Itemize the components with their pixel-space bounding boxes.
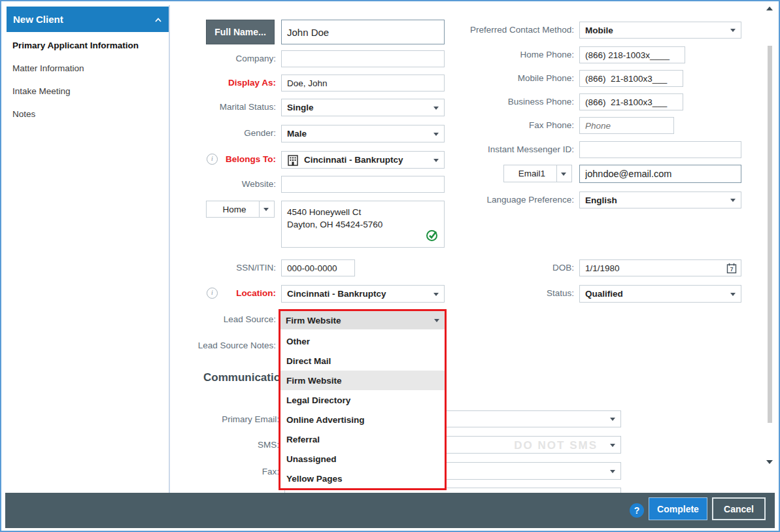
belongs-to-label: Belongs To:	[197, 154, 276, 164]
lead-source-option-list: Other Direct Mail Firm Website Legal Dir…	[280, 329, 445, 488]
belongs-to-value: Cincinnati - Bankruptcy	[304, 155, 403, 165]
dropdown-arrow-icon	[730, 293, 736, 296]
svg-text:7: 7	[730, 266, 734, 273]
display-as-input[interactable]	[281, 75, 445, 91]
lead-source-option-direct-mail[interactable]: Direct Mail	[280, 351, 445, 371]
location-label: Location:	[197, 288, 276, 298]
sidebar-title: New Client	[13, 14, 63, 25]
dob-input[interactable]: 1/1/1980 7	[579, 259, 741, 276]
fax-label: Fax:	[188, 467, 279, 476]
sms-label: SMS:	[188, 440, 279, 450]
vertical-scrollbar[interactable]	[764, 5, 774, 490]
dropdown-arrow-icon	[561, 173, 566, 176]
lead-source-option-other[interactable]: Other	[280, 331, 445, 351]
email-type-value: Email1	[518, 169, 545, 178]
chevron-up-icon[interactable]	[154, 14, 162, 25]
home-phone-input[interactable]	[579, 46, 685, 63]
footer-bar: ? Complete Cancel	[5, 493, 775, 528]
dropdown-arrow-icon	[610, 444, 615, 447]
dropdown-arrow-icon	[730, 29, 736, 32]
scrollbar-thumb[interactable]	[768, 46, 772, 423]
address-line1: 4540 Honeywell Ct	[287, 206, 361, 218]
lead-source-option-yellow-pages[interactable]: Yellow Pages	[280, 469, 445, 488]
status-label: Status:	[485, 288, 574, 298]
help-button[interactable]: ?	[630, 503, 644, 518]
lead-source-value: Firm Website	[286, 316, 341, 325]
dropdown-arrow-icon	[433, 133, 439, 136]
do-not-sms-watermark: DO NOT SMS	[514, 439, 598, 452]
sidebar-item-intake-meeting[interactable]: Intake Meeting	[5, 80, 169, 103]
dropdown-arrow-icon	[610, 470, 615, 473]
lead-source-option-legal-directory[interactable]: Legal Directory	[280, 390, 445, 410]
ssn-label: SSN/ITIN:	[184, 263, 276, 273]
marital-status-value: Single	[287, 103, 314, 112]
scroll-up-arrow-icon[interactable]	[766, 7, 773, 10]
lead-source-dropdown[interactable]: Firm Website	[280, 311, 445, 330]
sidebar-nav: Primary Applicant Information Matter Inf…	[5, 34, 169, 125]
instant-messenger-id-label: Instant Messenger ID:	[459, 144, 574, 154]
lead-source-option-referral[interactable]: Referral	[280, 429, 445, 449]
language-preference-label: Language Preference:	[459, 195, 574, 205]
dropdown-arrow-icon	[263, 208, 269, 211]
communication-heading: Communication	[203, 371, 287, 384]
gender-dropdown[interactable]: Male	[281, 125, 445, 142]
new-client-window: New Client Primary Applicant Information…	[0, 0, 780, 532]
business-phone-input[interactable]	[579, 93, 683, 110]
email-input[interactable]	[579, 165, 741, 183]
location-dropdown[interactable]: Cincinnati - Bankruptcy	[281, 285, 445, 303]
ssn-input[interactable]	[281, 259, 355, 276]
preferred-contact-method-dropdown[interactable]: Mobile	[579, 22, 741, 39]
sidebar: New Client Primary Applicant Information…	[5, 5, 170, 493]
marital-status-label: Marital Status:	[184, 102, 276, 112]
full-name-input[interactable]	[281, 20, 445, 44]
preferred-contact-method-label: Preferred Contact Method:	[459, 25, 574, 35]
home-phone-label: Home Phone:	[459, 50, 574, 59]
sidebar-item-notes[interactable]: Notes	[5, 103, 169, 125]
website-input[interactable]	[281, 176, 445, 193]
email-type-dropdown[interactable]: Email1	[503, 165, 572, 182]
scroll-down-arrow-icon[interactable]	[766, 460, 773, 464]
address-line2: Dayton, OH 45424-5760	[287, 218, 382, 231]
lead-source-option-firm-website[interactable]: Firm Website	[280, 371, 445, 390]
lead-source-label: Lead Source:	[184, 314, 276, 324]
lead-source-notes-label: Lead Source Notes:	[178, 341, 276, 350]
gender-label: Gender:	[184, 128, 276, 138]
dob-value: 1/1/1980	[585, 263, 620, 273]
status-dropdown[interactable]: Qualified	[579, 285, 741, 303]
location-value: Cincinnati - Bankruptcy	[287, 289, 386, 299]
address-type-value: Home	[222, 205, 246, 214]
split-divider	[259, 201, 260, 217]
dropdown-arrow-icon	[434, 319, 439, 322]
mobile-phone-input[interactable]	[579, 70, 683, 87]
company-input[interactable]	[281, 50, 445, 67]
fax-phone-input[interactable]	[579, 117, 674, 134]
cancel-button[interactable]: Cancel	[712, 497, 766, 520]
fax-phone-label: Fax Phone:	[459, 120, 574, 130]
mobile-phone-label: Mobile Phone:	[459, 73, 574, 83]
lead-source-option-unassigned[interactable]: Unassigned	[280, 449, 445, 469]
dropdown-arrow-icon	[433, 107, 439, 110]
display-as-label: Display As:	[184, 78, 276, 88]
dropdown-arrow-icon	[433, 159, 439, 162]
full-name-button[interactable]: Full Name...	[206, 20, 275, 44]
status-value: Qualified	[585, 289, 623, 299]
address-verified-check-icon	[426, 229, 439, 244]
split-divider	[556, 165, 557, 182]
lead-source-option-online-advertising[interactable]: Online Advertising	[280, 410, 445, 429]
marital-status-dropdown[interactable]: Single	[281, 99, 445, 116]
dob-label: DOB:	[485, 263, 574, 273]
address-textarea[interactable]: 4540 Honeywell Ct Dayton, OH 45424-5760	[281, 201, 445, 248]
calendar-icon[interactable]: 7	[726, 263, 737, 276]
business-phone-label: Business Phone:	[459, 97, 574, 107]
sidebar-header[interactable]: New Client	[7, 7, 169, 32]
instant-messenger-id-input[interactable]	[579, 141, 741, 158]
sidebar-item-primary-applicant-information[interactable]: Primary Applicant Information	[5, 34, 169, 57]
complete-button[interactable]: Complete	[649, 497, 707, 520]
language-preference-dropdown[interactable]: English	[579, 191, 741, 208]
belongs-to-dropdown[interactable]: Cincinnati - Bankruptcy	[281, 151, 445, 169]
address-type-dropdown[interactable]: Home	[206, 201, 275, 218]
gender-value: Male	[287, 129, 307, 139]
sidebar-item-matter-information[interactable]: Matter Information	[5, 57, 169, 80]
dropdown-arrow-icon	[730, 199, 736, 202]
website-label: Website:	[184, 179, 276, 189]
